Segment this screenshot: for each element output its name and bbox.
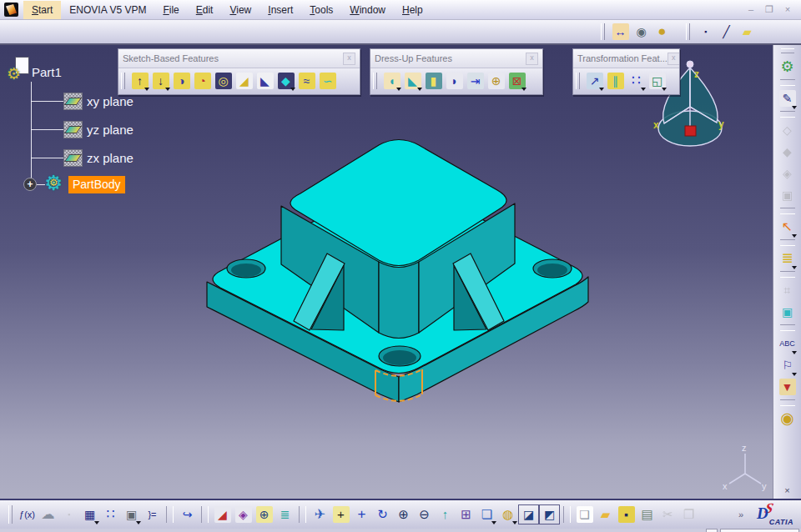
restore-button[interactable]: ❐ — [763, 4, 775, 15]
lock-icon[interactable]: ▣ — [121, 504, 142, 524]
toolbar-overflow-chevron[interactable]: » — [738, 509, 743, 519]
boolean-assemble-icon[interactable]: ◇ — [777, 119, 798, 141]
compass-handle[interactable] — [687, 61, 693, 68]
toolbar-close-button[interactable]: x — [343, 53, 355, 65]
menu-file[interactable]: File — [154, 1, 187, 19]
formula-icon[interactable]: ƒ(x) — [17, 504, 38, 524]
knowledge-comment-icon[interactable]: ☁ — [38, 504, 58, 524]
menu-view[interactable]: View — [221, 1, 259, 19]
hole-icon[interactable]: ◎ — [213, 71, 234, 91]
draft-angle-icon[interactable]: ▮ — [423, 71, 444, 91]
compass-base-square[interactable] — [685, 126, 696, 136]
rib-icon[interactable]: ◢ — [234, 71, 254, 91]
mirror-icon[interactable]: ∥ — [605, 71, 626, 91]
equivalent-dimensions-icon[interactable]: }= — [142, 504, 163, 524]
tap-analysis-icon[interactable]: ⊕ — [254, 504, 275, 524]
menu-help[interactable]: Help — [394, 1, 431, 19]
menu-insert[interactable]: Insert — [259, 1, 301, 19]
line-icon[interactable]: ╱ — [716, 22, 737, 42]
zoom-out-icon[interactable]: ⊖ — [414, 504, 435, 524]
toolbar-close-button[interactable]: x — [668, 53, 679, 65]
shaft-icon[interactable]: ◑ — [171, 71, 192, 91]
scaling-icon[interactable]: ◱ — [647, 71, 668, 91]
shell-icon[interactable]: ◗ — [444, 71, 465, 91]
close-button[interactable]: × — [782, 4, 793, 15]
cut-icon[interactable]: ✂ — [657, 504, 678, 524]
groove-icon[interactable]: ◔ — [192, 71, 213, 91]
tree-expand-node[interactable]: + — [23, 178, 37, 191]
tree-item-part-body[interactable]: PartBody — [68, 176, 125, 193]
select-arrow-icon[interactable]: ↖ — [777, 216, 798, 238]
copy-icon[interactable]: ❐ — [678, 504, 699, 524]
pad-stack-icon[interactable]: ≣ — [777, 248, 798, 269]
tree-item-zx-plane[interactable]: zx plane — [63, 148, 134, 167]
boss-corner-face[interactable] — [379, 262, 419, 339]
edge-fillet-icon[interactable]: ◖ — [381, 71, 402, 91]
fly-mode-icon[interactable]: ✈ — [310, 504, 330, 524]
pan-icon[interactable]: + — [351, 504, 372, 524]
menu-start[interactable]: Start — [23, 1, 61, 19]
multi-section-solid-icon[interactable]: ◆ — [275, 71, 296, 91]
remove-face-icon[interactable]: ⊠ — [506, 71, 527, 91]
thickness-icon[interactable]: ⇥ — [465, 71, 486, 91]
part-root-icon[interactable]: ⚙ — [7, 57, 30, 80]
catalog-browser-icon[interactable]: ↪ — [177, 504, 198, 524]
translation-icon[interactable]: ↗ — [584, 71, 605, 91]
boolean-add-icon[interactable]: ◆ — [777, 141, 798, 163]
new-document-icon[interactable]: ❏ — [574, 504, 595, 524]
text-annotation-icon[interactable]: ABC — [777, 333, 798, 354]
draft-analysis-icon[interactable]: ◢ — [212, 504, 233, 524]
tree-item-yz-plane[interactable]: yz plane — [63, 120, 134, 138]
zoom-in-icon[interactable]: ⊕ — [393, 504, 414, 524]
pocket-icon[interactable]: ↓ — [150, 71, 171, 91]
stamp-icon[interactable]: ▼ — [777, 376, 798, 398]
constraint-icon[interactable]: ▣ — [777, 301, 798, 323]
3d-viewport[interactable]: z x y z x y ⚙ Part1 — [0, 45, 773, 499]
toolbar-grip[interactable] — [8, 505, 13, 524]
rotate-icon[interactable]: ↻ — [372, 504, 393, 524]
sketcher-icon[interactable]: ✎ — [777, 88, 798, 109]
design-table-icon[interactable]: ▦ — [79, 504, 100, 524]
menu-tools[interactable]: Tools — [301, 1, 341, 19]
tap-thread-icon[interactable]: ⊕ — [486, 71, 506, 91]
toolbar-grip[interactable] — [781, 48, 794, 53]
toolbar-overflow-close[interactable]: × — [784, 485, 789, 497]
lock-small-icon[interactable]: ▪ — [58, 504, 79, 524]
app-icon[interactable] — [4, 3, 18, 17]
thread-analysis-icon[interactable]: ≣ — [275, 504, 295, 524]
render-style-icon[interactable]: ◍ — [497, 504, 518, 524]
slot-icon[interactable]: ◣ — [254, 71, 275, 91]
boolean-remove-icon[interactable]: ◈ — [777, 163, 798, 184]
chamfer-icon[interactable]: ◣ — [402, 71, 423, 91]
fit-all-in-icon[interactable]: + — [330, 504, 351, 524]
curvature-analysis-icon[interactable]: ◈ — [233, 504, 254, 524]
apply-material-icon[interactable]: ◉ — [777, 408, 798, 429]
open-icon[interactable]: ▰ — [595, 504, 616, 524]
rectangular-pattern-icon[interactable]: ∷ — [626, 71, 647, 91]
toolbar-close-button[interactable]: x — [526, 53, 538, 65]
iso-view-icon[interactable]: ❏ — [476, 504, 497, 524]
pad-icon[interactable]: ↑ — [129, 71, 150, 91]
measure-between-icon[interactable]: ↔ — [610, 22, 631, 42]
menu-enovia[interactable]: ENOVIA V5 VPM — [61, 1, 154, 19]
minimize-button[interactable]: – — [745, 4, 757, 15]
menu-edit[interactable]: Edit — [188, 1, 222, 19]
swap-visible-space-icon[interactable]: ◩ — [539, 504, 560, 524]
normal-view-icon[interactable]: ↑ — [435, 504, 456, 524]
point-icon[interactable]: ▪ — [695, 22, 716, 42]
measure-inertia-icon[interactable]: ● — [652, 22, 673, 42]
save-icon[interactable]: ▪ — [616, 504, 637, 524]
boolean-trim-icon[interactable]: ▣ — [777, 184, 798, 206]
constraints-disabled-icon[interactable]: ⌗ — [777, 279, 798, 301]
relations-icon[interactable]: ∷ — [100, 504, 121, 524]
loft-icon[interactable]: ≈ — [296, 71, 317, 91]
part-design-workbench-icon[interactable]: ⚙ — [777, 56, 798, 78]
flag-note-icon[interactable]: ⚐ — [777, 354, 798, 376]
hide-show-icon[interactable]: ◪ — [518, 504, 539, 524]
measure-item-icon[interactable]: ◉ — [631, 22, 652, 42]
print-icon[interactable]: ▤ — [637, 504, 657, 524]
tree-item-part-root[interactable]: Part1 — [32, 65, 62, 79]
part-body-icon[interactable]: ⚙⚙ — [44, 173, 63, 193]
part-model[interactable] — [207, 140, 588, 403]
multi-view-icon[interactable]: ⊞ — [456, 504, 476, 524]
